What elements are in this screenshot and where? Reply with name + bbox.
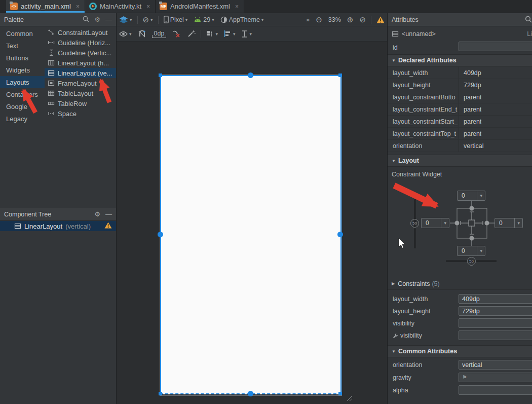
palette-category-text[interactable]: Text bbox=[0, 40, 45, 52]
gravity-combo[interactable]: ⚑ bbox=[459, 373, 532, 382]
zoom-in-icon: ⊕ bbox=[347, 16, 354, 23]
gear-icon[interactable]: ⚙ bbox=[94, 16, 100, 23]
resize-handle-top-left[interactable] bbox=[159, 74, 162, 77]
close-icon[interactable]: × bbox=[146, 3, 150, 10]
component-name: <unnamed> bbox=[402, 30, 436, 38]
framelayout-icon bbox=[48, 80, 55, 87]
tab-activity-main-xml[interactable]: <> activity_main.xml × bbox=[6, 0, 85, 13]
vertical-bias-slider[interactable]: 50 bbox=[410, 219, 419, 228]
zoom-to-fit-button[interactable]: ⊘ bbox=[356, 13, 369, 26]
autoconnect-toggle[interactable] bbox=[135, 26, 149, 41]
tree-node-linearlayout-vertical[interactable]: LinearLayout(vertical) bbox=[0, 221, 116, 231]
constraint-anchor-top[interactable] bbox=[248, 72, 253, 78]
palette-item-framelayout[interactable]: FrameLayout bbox=[45, 78, 116, 88]
resize-handle-bottom-left[interactable] bbox=[159, 392, 162, 395]
view-options-button[interactable]: ▾ bbox=[116, 26, 135, 41]
magnet-icon bbox=[138, 30, 146, 38]
margin-right-dropdown[interactable]: 0▾ bbox=[495, 218, 523, 228]
guidelines-button[interactable]: ▾ bbox=[238, 26, 255, 41]
constraint-anchor-bottom[interactable] bbox=[248, 391, 253, 396]
palette-item-tablelayout[interactable]: TableLayout bbox=[45, 88, 116, 98]
api-selector[interactable]: 29▾ bbox=[191, 13, 217, 26]
table-row[interactable]: layout_constraintBottoparent bbox=[388, 91, 532, 103]
kotlin-file-icon bbox=[89, 3, 97, 10]
zoom-level: 33% bbox=[325, 13, 344, 26]
clear-constraints-button[interactable] bbox=[169, 26, 184, 41]
constraintlayout-icon bbox=[48, 29, 55, 36]
pack-button[interactable]: ▾ bbox=[203, 26, 221, 41]
guideline-horizontal-icon bbox=[48, 39, 55, 46]
palette-item-space[interactable]: Space bbox=[45, 108, 116, 119]
theme-selector[interactable]: AppTheme▾ bbox=[217, 13, 267, 26]
palette-category-google[interactable]: Google bbox=[0, 100, 45, 113]
constraint-anchor-left[interactable] bbox=[158, 232, 163, 237]
table-row[interactable]: orientationvertical bbox=[388, 140, 532, 152]
table-row[interactable]: layout_height729dp bbox=[388, 79, 532, 91]
palette-category-layouts[interactable]: Layouts bbox=[0, 76, 45, 88]
tab-label: activity_main.xml bbox=[21, 3, 71, 10]
resize-handle-bottom-right[interactable] bbox=[338, 392, 342, 395]
alpha-input[interactable] bbox=[459, 385, 532, 395]
palette-items: ConstraintLayout Guideline (Horiz... Gui… bbox=[45, 26, 116, 208]
tools-visibility-combo[interactable] bbox=[459, 330, 532, 340]
infer-constraints-button[interactable] bbox=[184, 26, 199, 41]
palette-item-tablerow[interactable]: TableRow bbox=[45, 98, 116, 108]
palette-category-buttons[interactable]: Buttons bbox=[0, 52, 45, 64]
linearlayout-horizontal-icon bbox=[48, 59, 55, 66]
horizontal-bias-slider[interactable]: 50 bbox=[467, 257, 476, 266]
warning-icon bbox=[376, 16, 385, 23]
search-icon[interactable] bbox=[83, 16, 89, 23]
table-row[interactable]: layout_constraintTop_tparent bbox=[388, 128, 532, 140]
palette-item-guideline-vertical[interactable]: Guideline (Vertic... bbox=[45, 48, 116, 58]
design-config-toolbar: ▾ ⊘ ▾ Pixel▾ 29▾ AppTheme▾ » ⊖ bbox=[116, 13, 388, 26]
layout-height-combo[interactable]: 729dp bbox=[459, 306, 532, 316]
infer-constraints-icon bbox=[187, 30, 196, 38]
resize-handle-top-right[interactable] bbox=[338, 74, 342, 77]
table-row[interactable]: layout_constraintEnd_tparent bbox=[388, 103, 532, 116]
align-button[interactable]: ▾ bbox=[221, 26, 239, 41]
table-row[interactable]: layout_constraintStart_parent bbox=[388, 116, 532, 128]
palette-category-containers[interactable]: Containers bbox=[0, 88, 45, 100]
device-selector[interactable]: Pixel▾ bbox=[161, 13, 191, 26]
section-layout[interactable]: ▼ Layout bbox=[388, 155, 532, 167]
tab-androidmanifest-xml[interactable]: MF AndroidManifest.xml × bbox=[156, 0, 244, 13]
theme-icon bbox=[220, 16, 227, 23]
id-input[interactable] bbox=[459, 42, 532, 51]
close-icon[interactable]: × bbox=[235, 3, 239, 10]
palette-item-linearlayout-horizontal[interactable]: LinearLayout (h... bbox=[45, 58, 116, 68]
zoom-in-button[interactable]: ⊕ bbox=[344, 13, 357, 26]
margin-bottom-dropdown[interactable]: 0▾ bbox=[457, 246, 485, 256]
zoom-out-button[interactable]: ⊖ bbox=[313, 13, 325, 26]
constraint-anchor-right[interactable] bbox=[337, 232, 343, 237]
palette-category-common[interactable]: Common bbox=[0, 27, 45, 40]
section-common-attributes[interactable]: ▼ Common Attributes bbox=[388, 345, 532, 357]
visibility-combo[interactable] bbox=[459, 318, 532, 328]
design-mode-button[interactable]: ▾ bbox=[116, 13, 135, 26]
section-declared-attributes[interactable]: ▼ Declared Attributes bbox=[388, 54, 532, 66]
clear-constraints-icon bbox=[172, 30, 181, 38]
margin-left-dropdown[interactable]: 0▾ bbox=[421, 218, 449, 228]
warnings-button[interactable] bbox=[373, 13, 388, 26]
tab-mainactivity-kt[interactable]: MainActivity.kt × bbox=[85, 0, 156, 13]
palette-item-linearlayout-vertical[interactable]: LinearLayout (ve... bbox=[45, 68, 116, 78]
close-icon[interactable]: × bbox=[76, 3, 80, 10]
default-margin-control[interactable]: 0dp bbox=[149, 26, 170, 41]
orientation-button[interactable]: ⊘ ▾ bbox=[140, 13, 156, 26]
palette-item-guideline-horizontal[interactable]: Guideline (Horiz... bbox=[45, 38, 116, 48]
minimize-icon[interactable]: — bbox=[105, 211, 112, 217]
align-icon bbox=[224, 30, 232, 37]
search-icon[interactable] bbox=[525, 16, 532, 24]
palette-item-constraintlayout[interactable]: ConstraintLayout bbox=[45, 27, 116, 38]
palette-category-widgets[interactable]: Widgets bbox=[0, 64, 45, 76]
more-actions-button[interactable]: » bbox=[303, 13, 313, 26]
layout-width-combo[interactable]: 409dp bbox=[459, 294, 532, 304]
table-row[interactable]: layout_width409dp bbox=[388, 67, 532, 79]
margin-top-dropdown[interactable]: 0▾ bbox=[457, 191, 485, 201]
canvas-resize-grip[interactable] bbox=[344, 394, 353, 401]
orientation-combo[interactable]: vertical bbox=[459, 360, 532, 370]
minimize-icon[interactable]: — bbox=[105, 16, 112, 23]
palette-category-legacy[interactable]: Legacy bbox=[0, 113, 45, 125]
section-constraints[interactable]: ▶ Constraints (5) bbox=[388, 278, 532, 290]
gear-icon[interactable]: ⚙ bbox=[94, 211, 100, 217]
component-tree-panel: Component Tree ⚙ — ConstraintLayout Line… bbox=[0, 208, 116, 404]
